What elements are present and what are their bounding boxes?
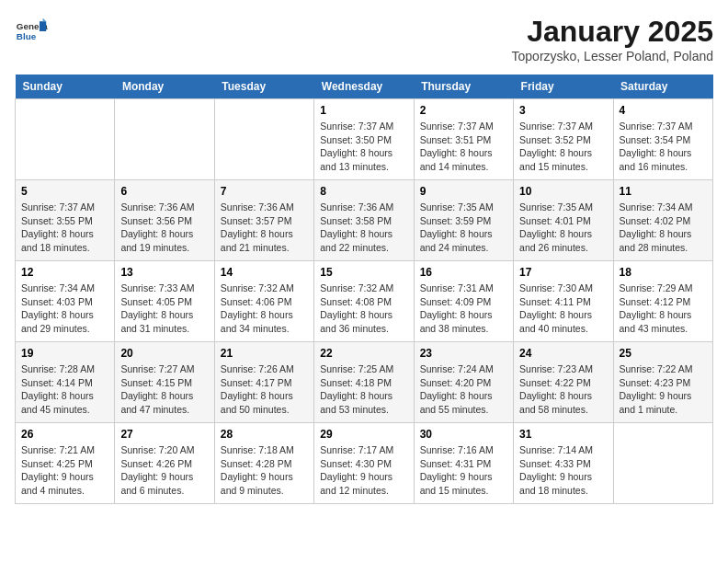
day-number: 17 [519, 266, 607, 279]
calendar-day-26: 26Sunrise: 7:21 AMSunset: 4:25 PMDayligh… [16, 423, 115, 504]
calendar-day-3: 3Sunrise: 7:37 AMSunset: 3:52 PMDaylight… [514, 99, 613, 180]
weekday-header-saturday: Saturday [613, 75, 712, 99]
day-number: 13 [120, 266, 208, 279]
day-info: Sunrise: 7:37 AMSunset: 3:52 PMDaylight:… [519, 120, 607, 174]
day-number: 22 [320, 347, 407, 360]
weekday-header-monday: Monday [115, 75, 214, 99]
day-number: 21 [221, 347, 308, 360]
title-block: January 2025 Toporzysko, Lesser Poland, … [512, 15, 713, 63]
day-number: 18 [620, 266, 707, 279]
day-info: Sunrise: 7:24 AMSunset: 4:20 PMDaylight:… [420, 362, 507, 417]
day-number: 12 [21, 266, 108, 279]
day-info: Sunrise: 7:27 AMSunset: 4:15 PMDaylight:… [120, 362, 208, 417]
calendar-day-29: 29Sunrise: 7:17 AMSunset: 4:30 PMDayligh… [314, 423, 414, 504]
day-number: 26 [21, 428, 108, 441]
weekday-header-wednesday: Wednesday [314, 75, 414, 99]
day-number: 25 [620, 347, 707, 360]
calendar-day-14: 14Sunrise: 7:32 AMSunset: 4:06 PMDayligh… [214, 261, 313, 342]
day-info: Sunrise: 7:18 AMSunset: 4:28 PMDaylight:… [221, 443, 308, 498]
calendar-week-row: 5Sunrise: 7:37 AMSunset: 3:55 PMDaylight… [16, 180, 713, 261]
day-number: 6 [120, 185, 208, 198]
calendar-day-7: 7Sunrise: 7:36 AMSunset: 3:57 PMDaylight… [214, 180, 313, 261]
location-subtitle: Toporzysko, Lesser Poland, Poland [512, 49, 713, 63]
day-info: Sunrise: 7:23 AMSunset: 4:22 PMDaylight:… [519, 362, 607, 417]
day-number: 11 [620, 185, 707, 198]
calendar-day-5: 5Sunrise: 7:37 AMSunset: 3:55 PMDaylight… [16, 180, 115, 261]
day-info: Sunrise: 7:35 AMSunset: 3:59 PMDaylight:… [420, 201, 507, 255]
calendar-day-28: 28Sunrise: 7:18 AMSunset: 4:28 PMDayligh… [214, 423, 313, 504]
day-number: 14 [221, 266, 308, 279]
calendar-day-10: 10Sunrise: 7:35 AMSunset: 4:01 PMDayligh… [514, 180, 613, 261]
day-info: Sunrise: 7:33 AMSunset: 4:05 PMDaylight:… [120, 282, 208, 336]
day-info: Sunrise: 7:22 AMSunset: 4:23 PMDaylight:… [620, 362, 707, 417]
day-number: 2 [420, 104, 507, 117]
calendar-day-22: 22Sunrise: 7:25 AMSunset: 4:18 PMDayligh… [314, 342, 414, 423]
day-info: Sunrise: 7:37 AMSunset: 3:55 PMDaylight:… [21, 201, 108, 255]
day-info: Sunrise: 7:34 AMSunset: 4:03 PMDaylight:… [21, 282, 108, 336]
calendar-day-11: 11Sunrise: 7:34 AMSunset: 4:02 PMDayligh… [613, 180, 712, 261]
calendar-day-25: 25Sunrise: 7:22 AMSunset: 4:23 PMDayligh… [613, 342, 712, 423]
calendar-day-27: 27Sunrise: 7:20 AMSunset: 4:26 PMDayligh… [115, 423, 214, 504]
day-number: 28 [221, 428, 308, 441]
day-number: 4 [620, 104, 707, 117]
day-info: Sunrise: 7:37 AMSunset: 3:54 PMDaylight:… [620, 120, 707, 174]
day-info: Sunrise: 7:29 AMSunset: 4:12 PMDaylight:… [620, 282, 707, 336]
calendar-day-15: 15Sunrise: 7:32 AMSunset: 4:08 PMDayligh… [314, 261, 414, 342]
day-info: Sunrise: 7:35 AMSunset: 4:01 PMDaylight:… [519, 201, 607, 255]
day-info: Sunrise: 7:21 AMSunset: 4:25 PMDaylight:… [21, 443, 108, 498]
calendar-day-23: 23Sunrise: 7:24 AMSunset: 4:20 PMDayligh… [414, 342, 513, 423]
day-info: Sunrise: 7:16 AMSunset: 4:31 PMDaylight:… [420, 443, 507, 498]
day-info: Sunrise: 7:25 AMSunset: 4:18 PMDaylight:… [320, 362, 407, 417]
day-number: 16 [420, 266, 507, 279]
calendar-day-31: 31Sunrise: 7:14 AMSunset: 4:33 PMDayligh… [514, 423, 613, 504]
calendar-day-18: 18Sunrise: 7:29 AMSunset: 4:12 PMDayligh… [613, 261, 712, 342]
day-number: 29 [320, 428, 407, 441]
day-number: 24 [519, 347, 607, 360]
month-title: January 2025 [512, 15, 713, 49]
day-number: 31 [519, 428, 607, 441]
calendar-day-21: 21Sunrise: 7:26 AMSunset: 4:17 PMDayligh… [214, 342, 313, 423]
calendar-day-9: 9Sunrise: 7:35 AMSunset: 3:59 PMDaylight… [414, 180, 513, 261]
calendar-day-1: 1Sunrise: 7:37 AMSunset: 3:50 PMDaylight… [314, 99, 414, 180]
calendar-week-row: 19Sunrise: 7:28 AMSunset: 4:14 PMDayligh… [16, 342, 713, 423]
svg-marker-2 [40, 21, 46, 31]
calendar-day-4: 4Sunrise: 7:37 AMSunset: 3:54 PMDaylight… [613, 99, 712, 180]
weekday-header-tuesday: Tuesday [214, 75, 313, 99]
day-number: 20 [120, 347, 208, 360]
calendar-day-24: 24Sunrise: 7:23 AMSunset: 4:22 PMDayligh… [514, 342, 613, 423]
day-info: Sunrise: 7:31 AMSunset: 4:09 PMDaylight:… [420, 282, 507, 336]
calendar-day-13: 13Sunrise: 7:33 AMSunset: 4:05 PMDayligh… [115, 261, 214, 342]
day-number: 7 [221, 185, 308, 198]
day-info: Sunrise: 7:32 AMSunset: 4:06 PMDaylight:… [221, 282, 308, 336]
day-number: 30 [420, 428, 507, 441]
calendar-day-12: 12Sunrise: 7:34 AMSunset: 4:03 PMDayligh… [16, 261, 115, 342]
day-info: Sunrise: 7:36 AMSunset: 3:56 PMDaylight:… [120, 201, 208, 255]
day-number: 19 [21, 347, 108, 360]
calendar-empty-cell [214, 99, 313, 180]
day-number: 23 [420, 347, 507, 360]
calendar-day-19: 19Sunrise: 7:28 AMSunset: 4:14 PMDayligh… [16, 342, 115, 423]
calendar-day-20: 20Sunrise: 7:27 AMSunset: 4:15 PMDayligh… [115, 342, 214, 423]
calendar-empty-cell [16, 99, 115, 180]
logo: General Blue [15, 15, 48, 48]
calendar-day-16: 16Sunrise: 7:31 AMSunset: 4:09 PMDayligh… [414, 261, 513, 342]
calendar-week-row: 12Sunrise: 7:34 AMSunset: 4:03 PMDayligh… [16, 261, 713, 342]
day-info: Sunrise: 7:20 AMSunset: 4:26 PMDaylight:… [120, 443, 208, 498]
day-number: 1 [320, 104, 407, 117]
svg-text:Blue: Blue [17, 31, 37, 41]
day-number: 15 [320, 266, 407, 279]
day-number: 10 [519, 185, 607, 198]
day-info: Sunrise: 7:37 AMSunset: 3:51 PMDaylight:… [420, 120, 507, 174]
day-info: Sunrise: 7:14 AMSunset: 4:33 PMDaylight:… [519, 443, 607, 498]
day-number: 27 [120, 428, 208, 441]
day-number: 9 [420, 185, 507, 198]
day-info: Sunrise: 7:17 AMSunset: 4:30 PMDaylight:… [320, 443, 407, 498]
weekday-header-thursday: Thursday [414, 75, 513, 99]
day-info: Sunrise: 7:32 AMSunset: 4:08 PMDaylight:… [320, 282, 407, 336]
page-header: General Blue January 2025 Toporzysko, Le… [15, 15, 713, 63]
day-info: Sunrise: 7:36 AMSunset: 3:57 PMDaylight:… [221, 201, 308, 255]
day-info: Sunrise: 7:36 AMSunset: 3:58 PMDaylight:… [320, 201, 407, 255]
day-info: Sunrise: 7:34 AMSunset: 4:02 PMDaylight:… [620, 201, 707, 255]
day-number: 8 [320, 185, 407, 198]
day-info: Sunrise: 7:30 AMSunset: 4:11 PMDaylight:… [519, 282, 607, 336]
